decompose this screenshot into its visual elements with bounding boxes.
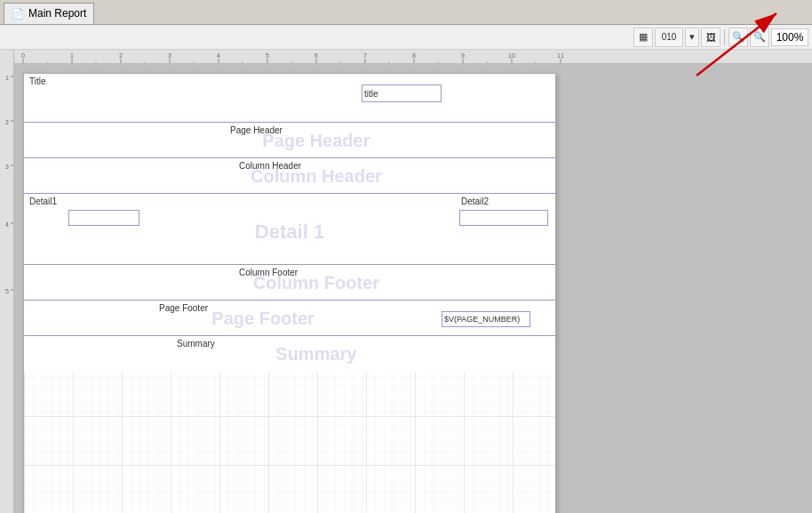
detail2-label: Detail2 xyxy=(459,196,489,206)
chevron-down-icon: ▾ xyxy=(689,31,695,43)
zoom-in-icon: 🔍 xyxy=(753,31,766,43)
grid-icon: ▦ xyxy=(639,31,648,43)
report-icon: 📄 xyxy=(12,8,24,20)
column-header-band: Column Header Column Header xyxy=(24,158,555,194)
detail1-band: Detail1 Detail2 Detail 1 xyxy=(24,194,555,265)
svg-text:4: 4 xyxy=(217,52,220,59)
title-field-value: title xyxy=(364,89,378,99)
zoom-area xyxy=(771,28,808,46)
page-footer-watermark: Page Footer xyxy=(211,308,314,328)
svg-text:11: 11 xyxy=(557,52,564,59)
svg-text:8: 8 xyxy=(412,52,416,59)
arrow-svg xyxy=(661,64,803,93)
title-field-box[interactable]: title xyxy=(362,84,442,102)
binary-icon: 010 xyxy=(662,32,677,42)
column-header-band-label: Column Header xyxy=(237,161,301,171)
detail1-box[interactable] xyxy=(68,210,139,226)
title-band-label: Title xyxy=(28,76,46,86)
title-band: Title title xyxy=(24,74,555,123)
svg-text:9: 9 xyxy=(461,52,465,59)
svg-line-48 xyxy=(697,64,776,76)
detail2-box[interactable] xyxy=(459,210,548,226)
svg-text:4: 4 xyxy=(5,221,9,228)
separator xyxy=(724,29,725,45)
svg-text:10: 10 xyxy=(508,52,515,59)
tab-bar: 📄 Main Report xyxy=(0,0,812,25)
dropdown-button[interactable]: ▾ xyxy=(685,28,699,47)
column-footer-band: Column Footer Column Footer xyxy=(24,265,555,301)
arrow-container xyxy=(661,64,803,93)
image-icon: 🖼 xyxy=(706,32,716,43)
svg-text:7: 7 xyxy=(363,52,367,59)
grid-button[interactable]: ▦ xyxy=(633,28,653,47)
page-number-field[interactable]: $V(PAGE_NUMBER) xyxy=(442,311,530,327)
detail1-band-label: Detail1 xyxy=(28,196,57,206)
svg-text:2: 2 xyxy=(119,52,123,59)
ruler-top: 0 1 2 3 4 5 6 7 8 9 10 xyxy=(14,50,812,64)
page-header-field[interactable] xyxy=(231,125,293,141)
column-footer-band-label: Column Footer xyxy=(237,268,298,277)
svg-text:6: 6 xyxy=(314,52,318,59)
canvas-area[interactable]: Title title Page Header Page Header Colu… xyxy=(14,64,812,513)
toolbar: ▦ 010 ▾ 🖼 🔍 🔍 xyxy=(0,25,812,50)
page-footer-field[interactable] xyxy=(157,303,219,319)
page-header-band: Page Header Page Header xyxy=(24,123,555,158)
report-page: Title title Page Header Page Header Colu… xyxy=(23,73,556,513)
svg-text:3: 3 xyxy=(168,52,171,59)
page-footer-band: Page Footer Page Footer $V(PAGE_NUMBER) xyxy=(24,301,555,336)
svg-text:5: 5 xyxy=(5,288,9,294)
detail1-watermark: Detail 1 xyxy=(255,220,324,244)
ruler-top-svg: 0 1 2 3 4 5 6 7 8 9 10 xyxy=(14,50,812,63)
zoom-input[interactable] xyxy=(771,28,808,46)
main-area: 1 2 3 4 5 0 1 2 3 4 xyxy=(0,50,812,513)
010-button[interactable]: 010 xyxy=(655,28,683,47)
zoom-out-icon: 🔍 xyxy=(732,31,744,43)
svg-text:5: 5 xyxy=(266,52,269,59)
main-report-tab[interactable]: 📄 Main Report xyxy=(4,3,94,24)
svg-text:2: 2 xyxy=(5,119,9,125)
tab-label: Main Report xyxy=(28,7,86,20)
ruler-left: 1 2 3 4 5 xyxy=(0,50,14,513)
zoom-out-button[interactable]: 🔍 xyxy=(728,28,748,47)
summary-band-label: Summary xyxy=(175,339,215,349)
svg-text:3: 3 xyxy=(5,164,9,170)
svg-text:1: 1 xyxy=(5,75,9,81)
content-column: 0 1 2 3 4 5 6 7 8 9 10 xyxy=(14,50,812,513)
summary-band: Summary Summary xyxy=(24,336,555,372)
image-button[interactable]: 🖼 xyxy=(701,28,720,47)
zoom-in-button[interactable]: 🔍 xyxy=(750,28,769,47)
summary-watermark: Summary xyxy=(275,344,356,365)
page-number-value: $V(PAGE_NUMBER) xyxy=(444,315,520,324)
svg-text:0: 0 xyxy=(21,52,25,59)
svg-text:1: 1 xyxy=(70,52,74,59)
ruler-left-svg: 1 2 3 4 5 xyxy=(0,50,13,513)
